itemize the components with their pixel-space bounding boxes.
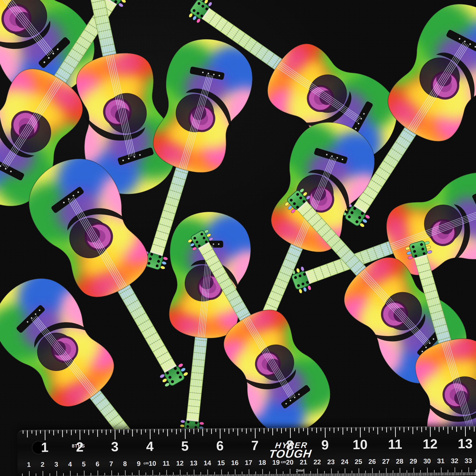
mm-tick (428, 473, 429, 476)
inch-tick (382, 427, 383, 431)
mm-tick (277, 474, 278, 476)
mm-tick (136, 475, 136, 476)
mm-tick (172, 475, 172, 476)
inch-tick (97, 430, 98, 437)
inch-tick (351, 427, 352, 433)
mm-tick (327, 474, 327, 476)
mm-tick (352, 471, 352, 476)
mm-tick (170, 475, 171, 476)
mm-tick (340, 473, 340, 476)
inch-tick (80, 430, 80, 440)
inch-tick (312, 428, 312, 431)
mm-tick (472, 472, 473, 475)
mm-tick (325, 474, 326, 476)
inch-tick (84, 430, 85, 433)
inch-tick (285, 428, 286, 431)
inch-tick (158, 429, 159, 434)
mm-tick (379, 471, 379, 476)
mm-tick (264, 474, 264, 476)
inch-tick (154, 429, 155, 433)
mm-tick (295, 474, 296, 476)
mm-tick (175, 475, 175, 476)
inch-tick (360, 427, 361, 437)
inch-tick (251, 428, 251, 432)
mm-tick (194, 470, 194, 476)
inch-tick (299, 428, 299, 433)
inch-tick (290, 428, 291, 438)
mm-tick (231, 474, 231, 476)
inch-tick (215, 429, 216, 432)
mm-tick (328, 474, 329, 476)
inch-tick (49, 430, 50, 433)
mm-tick (221, 470, 222, 476)
mm-tick (338, 471, 339, 476)
mm-tick (98, 471, 98, 476)
mm-tick (177, 475, 178, 476)
mm-tick (350, 473, 351, 476)
inch-tick (303, 428, 304, 431)
mm-tick (427, 468, 427, 476)
inch-tick (207, 429, 207, 432)
cm-number: 19 (270, 459, 282, 466)
mm-tick (446, 472, 447, 476)
mm-tick (390, 473, 391, 476)
mm-tick (146, 472, 146, 476)
unit-label: cm (144, 461, 149, 465)
mm-tick (345, 468, 345, 476)
mm-tick (426, 473, 426, 476)
mm-tick (77, 473, 77, 476)
mm-tick (118, 473, 119, 476)
inch-tick (356, 427, 356, 431)
inch-number: 3 (105, 440, 124, 454)
inch-tick (412, 427, 413, 434)
inch-tick (193, 429, 194, 434)
mm-tick (50, 473, 50, 476)
inch-tick (238, 428, 238, 436)
mm-tick (305, 474, 306, 476)
inch-tick (36, 430, 36, 435)
inch-tick (264, 428, 264, 433)
mm-tick (202, 475, 203, 476)
cm-number: 12 (174, 460, 186, 467)
inch-tick (329, 428, 330, 431)
mm-tick (230, 474, 230, 476)
inch-tick (342, 427, 343, 435)
mm-tick (293, 474, 293, 476)
mm-tick (176, 475, 176, 476)
mm-tick (205, 475, 205, 476)
mm-tick (262, 469, 263, 476)
inch-tick (456, 426, 457, 432)
mm-tick (358, 468, 359, 476)
inch-tick (202, 429, 203, 436)
inch-tick (123, 429, 124, 435)
mm-tick (279, 474, 279, 476)
mm-tick (235, 469, 235, 476)
mm-tick (371, 473, 371, 476)
mm-tick (425, 473, 425, 476)
cm-number: 27 (380, 458, 392, 465)
mm-tick (440, 473, 440, 476)
mm-tick (246, 474, 246, 476)
mm-tick (409, 473, 410, 476)
mm-tick (222, 474, 223, 476)
cm-number: 16 (229, 459, 241, 466)
mm-tick (471, 472, 472, 475)
mm-tick (380, 473, 381, 476)
inch-tick (224, 428, 225, 432)
inch-tick (448, 426, 448, 434)
inch-tick (136, 429, 137, 433)
mm-tick (144, 475, 145, 476)
cm-number: 30 (421, 458, 433, 464)
mm-tick (459, 472, 459, 476)
mm-tick (242, 472, 242, 476)
inch-tick (40, 430, 41, 433)
mm-tick (164, 475, 164, 476)
mm-tick (206, 475, 207, 476)
mm-tick (312, 474, 312, 476)
inch-number: 8 (280, 439, 300, 452)
inch-tick (347, 427, 347, 431)
inch-tick (386, 427, 387, 432)
mm-tick (190, 475, 190, 476)
inch-tick (233, 428, 234, 432)
mm-tick (360, 473, 360, 476)
